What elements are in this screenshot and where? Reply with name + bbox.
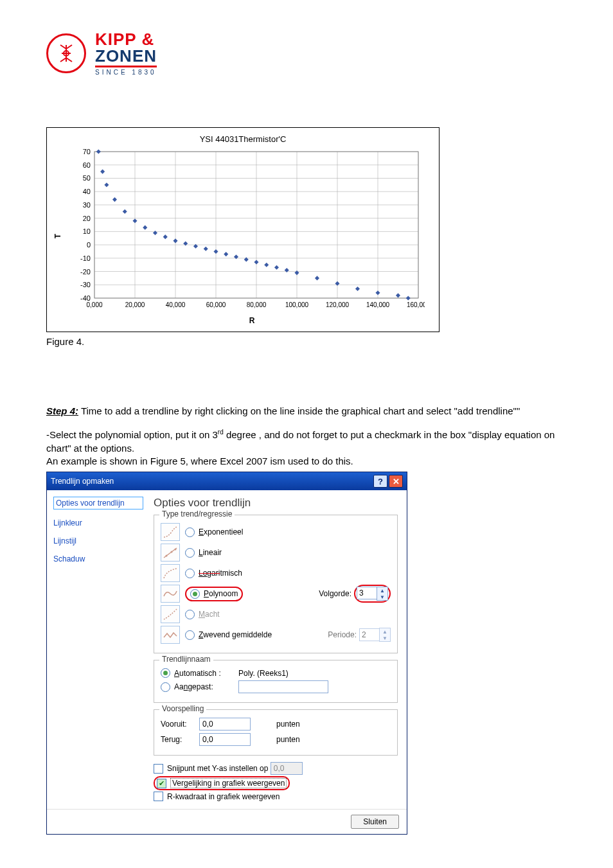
power-thumb-icon — [161, 605, 180, 623]
trendline-name-group: Trendlijnnaam Automatisch : Poly. (Reeks… — [154, 660, 398, 703]
order-down-icon[interactable]: ▼ — [377, 594, 387, 600]
radio-exponential[interactable] — [185, 527, 195, 537]
set-intercept-row[interactable]: Snijpunt met Y-as instellen op 0,0 — [154, 762, 398, 775]
svg-rect-70 — [396, 293, 400, 297]
svg-rect-68 — [355, 287, 360, 291]
svg-rect-51 — [153, 231, 157, 235]
step4-para3: An example is shown in Figure 5, where E… — [46, 455, 567, 468]
svg-rect-46 — [104, 182, 109, 187]
svg-rect-49 — [132, 218, 137, 223]
chart-plot: -40-30-20-100102030405060700,00020,00040… — [65, 148, 425, 315]
svg-text:120,000: 120,000 — [326, 301, 350, 308]
checkbox-display-equation[interactable] — [157, 779, 166, 788]
polynomial-order[interactable]: Volgorde: 3 ▲▼ — [319, 585, 391, 603]
svg-rect-71 — [406, 296, 411, 300]
chart-xlabel: R — [65, 316, 439, 325]
svg-text:50: 50 — [83, 174, 91, 182]
radio-moving-average[interactable] — [185, 630, 195, 640]
svg-text:160,000: 160,000 — [407, 301, 425, 308]
svg-text:60: 60 — [83, 161, 91, 169]
svg-text:-30: -30 — [80, 281, 91, 288]
option-power[interactable]: Macht — [161, 605, 391, 623]
svg-text:30: 30 — [83, 201, 91, 209]
forecast-backward-input[interactable]: 0,0 — [199, 733, 251, 746]
svg-rect-62 — [264, 263, 269, 267]
option-logarithmic[interactable]: Logaritmisch — [161, 564, 391, 582]
svg-rect-67 — [335, 281, 339, 286]
svg-rect-64 — [285, 268, 289, 272]
dialog-heading: Opties voor trendlijn — [154, 497, 398, 509]
svg-rect-52 — [163, 235, 168, 239]
svg-text:60,000: 60,000 — [206, 301, 226, 308]
svg-rect-69 — [375, 290, 380, 295]
svg-rect-44 — [96, 149, 101, 154]
order-up-icon[interactable]: ▲ — [377, 587, 387, 594]
forecast-forward-input[interactable]: 0,0 — [199, 718, 251, 731]
svg-rect-50 — [143, 226, 147, 230]
nav-trendline-options[interactable]: Opties voor trendlijn — [53, 497, 143, 509]
svg-text:-10: -10 — [80, 254, 91, 262]
option-linear[interactable]: Lineair — [161, 544, 391, 562]
svg-rect-53 — [173, 238, 177, 243]
nav-shadow[interactable]: Schaduw — [53, 554, 143, 563]
svg-rect-60 — [244, 257, 249, 261]
logo: KIPP & ZONEN SINCE 1830 — [46, 31, 567, 76]
chart-ylabel: T — [53, 234, 62, 238]
option-exponential[interactable]: Exponentieel — [161, 523, 391, 541]
svg-text:0,000: 0,000 — [86, 301, 102, 308]
svg-rect-66 — [315, 276, 319, 280]
help-button[interactable]: ? — [373, 475, 387, 488]
checkbox-display-r2[interactable] — [154, 792, 163, 801]
svg-point-73 — [166, 555, 168, 557]
display-equation-row[interactable]: Vergelijking in grafiek weergeven — [154, 776, 398, 790]
radio-power[interactable] — [185, 610, 195, 619]
step4-paragraph: Step 4: Time to add a trendline by right… — [46, 405, 567, 418]
close-dialog-button[interactable]: Sluiten — [351, 815, 399, 829]
checkbox-intercept[interactable] — [154, 764, 163, 774]
svg-text:40: 40 — [83, 188, 91, 195]
svg-point-74 — [171, 551, 173, 553]
option-moving-average[interactable]: Zwevend gemiddelde Periode: 2 ▲▼ — [161, 626, 391, 644]
regression-type-group: Type trend/regressie Exponentieel Lineai… — [154, 515, 398, 653]
svg-rect-55 — [193, 244, 198, 249]
svg-text:20,000: 20,000 — [125, 301, 145, 308]
custom-name-input[interactable] — [238, 680, 328, 693]
close-button[interactable]: ✕ — [389, 475, 403, 488]
svg-rect-61 — [254, 260, 258, 265]
movavg-thumb-icon — [161, 626, 180, 644]
step4-para2: -Select the polynomial option, put it on… — [46, 428, 567, 455]
name-custom[interactable]: Aangepast: — [161, 680, 391, 693]
figure4-caption: Figure 4. — [46, 336, 567, 347]
radio-logarithmic[interactable] — [185, 569, 195, 578]
logo-line3: SINCE 1830 — [95, 69, 157, 76]
logo-line2: ZONEN — [95, 48, 157, 67]
forecast-group: Voorspelling Vooruit: 0,0 punten Terug: … — [154, 709, 398, 756]
radio-polynomial[interactable] — [190, 589, 200, 599]
svg-text:10: 10 — [83, 227, 91, 235]
svg-text:0: 0 — [87, 241, 91, 249]
nav-line-style[interactable]: Lijnstijl — [53, 536, 143, 545]
svg-text:20: 20 — [83, 215, 91, 222]
dialog-titlebar[interactable]: Trendlijn opmaken ? ✕ — [47, 472, 407, 490]
svg-text:100,000: 100,000 — [285, 301, 309, 308]
nav-line-color[interactable]: Lijnkleur — [53, 518, 143, 527]
svg-rect-47 — [112, 197, 117, 202]
chart: YSI 44031Thermistor'C T -40-30-20-100102… — [46, 127, 440, 332]
intercept-value: 0,0 — [271, 762, 303, 775]
svg-rect-58 — [224, 252, 228, 256]
dialog-nav: Opties voor trendlijn Lijnkleur Lijnstij… — [47, 490, 150, 809]
name-automatic[interactable]: Automatisch : Poly. (Reeks1) — [161, 668, 391, 678]
display-r2-row[interactable]: R-kwadraat in grafiek weergeven — [154, 792, 398, 801]
radio-custom-name[interactable] — [161, 682, 170, 692]
radio-linear[interactable] — [185, 548, 195, 558]
svg-rect-57 — [213, 249, 218, 254]
log-thumb-icon — [161, 564, 180, 582]
radio-auto-name[interactable] — [161, 668, 170, 678]
exp-thumb-icon — [161, 523, 180, 541]
chart-title: YSI 44031Thermistor'C — [47, 134, 439, 144]
svg-rect-63 — [274, 265, 279, 270]
option-polynomial[interactable]: Polynoom Volgorde: 3 ▲▼ — [161, 585, 391, 603]
svg-rect-48 — [123, 209, 127, 214]
linear-thumb-icon — [161, 544, 180, 562]
svg-text:40,000: 40,000 — [166, 301, 186, 308]
